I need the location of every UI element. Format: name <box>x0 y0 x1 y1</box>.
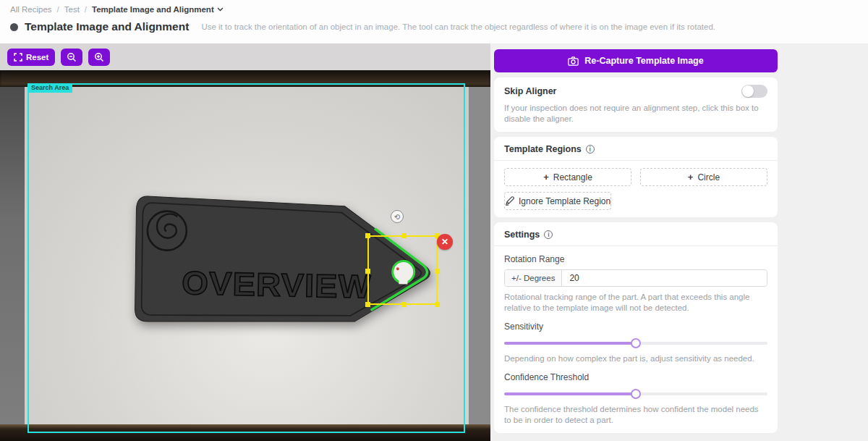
reset-view-button[interactable]: Reset <box>7 49 55 66</box>
skip-aligner-label: Skip Aligner <box>504 86 556 96</box>
pen-icon <box>505 196 514 206</box>
camera-icon <box>568 56 579 66</box>
zoom-out-button[interactable] <box>61 49 82 66</box>
image-viewer: Reset <box>0 43 490 441</box>
page-title: Template Image and Alignment <box>25 20 189 33</box>
step-bullet-icon <box>10 23 18 31</box>
degrees-addon-label: +/- Degrees <box>505 270 562 286</box>
chevron-down-icon <box>217 7 224 12</box>
template-regions-card: Template Regions i + Rectangle + Circle … <box>494 137 778 217</box>
settings-panel: Re-Capture Template Image Skip Aligner I… <box>494 49 778 441</box>
resize-handle[interactable] <box>435 269 440 274</box>
confidence-threshold-label: Confidence Threshold <box>504 372 767 382</box>
breadcrumb-separator: / <box>85 5 87 14</box>
confidence-threshold-description: The confidence threshold determines how … <box>504 404 767 426</box>
resize-handle[interactable] <box>365 233 370 238</box>
resize-handle[interactable] <box>435 302 440 307</box>
breadcrumb-current-label: Template Image and Alignment <box>92 5 214 14</box>
sensitivity-description: Depending on how complex the part is, ad… <box>504 353 767 364</box>
zoom-in-icon <box>94 52 104 62</box>
breadcrumb-test[interactable]: Test <box>64 5 80 14</box>
resize-handle[interactable] <box>401 233 407 238</box>
template-regions-title: Template Regions <box>504 144 582 154</box>
breadcrumb-current[interactable]: Template Image and Alignment <box>92 5 224 14</box>
rotate-icon: ⟲ <box>394 213 400 221</box>
rectangle-button-label: Rectangle <box>553 172 592 182</box>
template-region-selection[interactable] <box>367 235 438 305</box>
skip-aligner-description: If your inspection does not require an a… <box>504 103 767 125</box>
recapture-button-label: Re-Capture Template Image <box>584 56 703 66</box>
fit-view-icon <box>14 53 22 62</box>
settings-card: Settings i Rotation Range +/- Degrees Ro… <box>494 222 778 433</box>
breadcrumb-separator: / <box>57 5 59 14</box>
sensitivity-label: Sensitivity <box>504 322 767 332</box>
slider-fill <box>504 342 636 345</box>
page-header-row: Template Image and Alignment Use it to t… <box>0 14 868 33</box>
rotate-region-handle[interactable]: ⟲ <box>391 210 404 223</box>
resize-handle[interactable] <box>401 302 407 307</box>
info-icon[interactable]: i <box>586 145 595 154</box>
add-rectangle-button[interactable]: + Rectangle <box>504 168 631 186</box>
zoom-out-icon <box>67 52 77 62</box>
scene-right-margin <box>469 87 490 424</box>
resize-handle[interactable] <box>365 302 370 307</box>
scene-left-margin <box>0 87 25 424</box>
plus-icon: + <box>688 172 694 182</box>
confidence-threshold-slider[interactable] <box>504 389 767 399</box>
toggle-knob <box>742 85 754 97</box>
slider-fill <box>504 392 636 395</box>
add-circle-button[interactable]: + Circle <box>640 168 767 186</box>
breadcrumb-all-recipes[interactable]: All Recipes <box>10 5 52 14</box>
breadcrumb: All Recipes / Test / Template Image and … <box>0 0 868 14</box>
rotation-range-description: Rotational tracking range of the part. A… <box>504 292 767 314</box>
page-description: Use it to track the orientation of an ob… <box>201 22 715 31</box>
ignore-button-label: Ignore Template Region <box>519 196 610 206</box>
camera-image[interactable]: OVERVIEW Search Area ⟲ <box>0 70 490 441</box>
search-area-label: Search Area <box>27 83 72 93</box>
top-header: All Recipes / Test / Template Image and … <box>0 0 868 43</box>
sensitivity-slider-thumb[interactable] <box>631 338 641 348</box>
confidence-slider-thumb[interactable] <box>631 389 641 399</box>
close-icon: ✕ <box>441 237 448 247</box>
skip-aligner-card: Skip Aligner If your inspection does not… <box>494 77 778 132</box>
plus-icon: + <box>543 172 549 182</box>
viewer-toolbar: Reset <box>0 43 490 70</box>
delete-region-button[interactable]: ✕ <box>437 234 453 250</box>
divider <box>494 245 778 246</box>
circle-button-label: Circle <box>697 172 720 182</box>
recapture-template-button[interactable]: Re-Capture Template Image <box>494 49 778 72</box>
rotation-range-label: Rotation Range <box>504 254 767 264</box>
reset-button-label: Reset <box>26 53 48 62</box>
rotation-range-input[interactable] <box>562 270 767 286</box>
divider <box>494 160 778 161</box>
info-icon[interactable]: i <box>544 230 553 239</box>
resize-handle[interactable] <box>365 269 370 274</box>
settings-title: Settings <box>504 230 540 240</box>
rotation-range-input-group: +/- Degrees <box>504 269 767 287</box>
skip-aligner-toggle[interactable] <box>741 85 767 98</box>
zoom-in-button[interactable] <box>88 49 110 66</box>
ignore-template-region-button[interactable]: Ignore Template Region <box>504 192 611 210</box>
sensitivity-slider[interactable] <box>504 338 767 348</box>
